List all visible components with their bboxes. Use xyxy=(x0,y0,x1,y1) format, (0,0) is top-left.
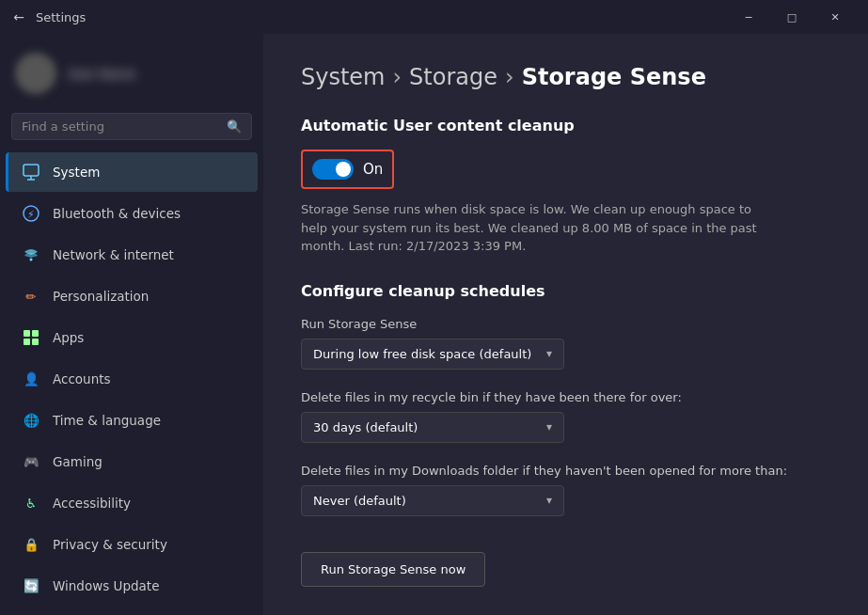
accounts-icon: 👤 xyxy=(21,369,41,389)
sidebar-item-bluetooth[interactable]: ⚡ Bluetooth & devices xyxy=(6,194,258,233)
description-text: Storage Sense runs when disk space is lo… xyxy=(301,200,771,256)
delete-downloads-value: Never (default) xyxy=(313,494,406,508)
breadcrumb-sep2: › xyxy=(505,64,514,90)
privacy-icon: 🔒 xyxy=(21,534,41,555)
close-button[interactable]: ✕ xyxy=(813,0,857,34)
sidebar-item-bluetooth-label: Bluetooth & devices xyxy=(53,206,181,221)
delete-recycle-value: 30 days (default) xyxy=(313,420,418,434)
gaming-icon: 🎮 xyxy=(21,451,41,472)
delete-downloads-label: Delete files in my Downloads folder if t… xyxy=(301,464,830,478)
personalization-icon: ✏️ xyxy=(21,286,41,307)
delete-downloads-dropdown[interactable]: Never (default) ▾ xyxy=(301,485,564,516)
toggle-label: On xyxy=(363,161,383,178)
delete-downloads-arrow: ▾ xyxy=(546,494,552,507)
breadcrumb: System › Storage › Storage Sense xyxy=(301,64,830,90)
profile-name: User Name xyxy=(68,67,135,81)
svg-rect-9 xyxy=(32,339,39,345)
run-storage-value: During low free disk space (default) xyxy=(313,347,531,361)
profile-area: User Name xyxy=(0,41,263,109)
sidebar-item-gaming[interactable]: 🎮 Gaming xyxy=(6,442,258,481)
svg-rect-7 xyxy=(32,330,39,337)
sidebar-item-accounts[interactable]: 👤 Accounts xyxy=(6,359,258,399)
system-icon xyxy=(21,162,41,182)
titlebar-controls: ─ □ ✕ xyxy=(727,0,857,34)
toggle-switch[interactable] xyxy=(312,159,354,180)
titlebar-left: ← Settings xyxy=(11,9,86,24)
minimize-button[interactable]: ─ xyxy=(727,0,770,34)
svg-rect-8 xyxy=(24,339,30,345)
titlebar: ← Settings ─ □ ✕ xyxy=(0,0,868,34)
time-icon: 🌐 xyxy=(21,410,41,431)
maximize-button[interactable]: □ xyxy=(770,0,813,34)
titlebar-title: Settings xyxy=(36,10,86,24)
content-area: User Name 🔍 System xyxy=(0,34,868,615)
delete-recycle-dropdown[interactable]: 30 days (default) ▾ xyxy=(301,412,564,443)
sidebar-item-personalization-label: Personalization xyxy=(53,289,149,304)
delete-recycle-group: Delete files in my recycle bin if they h… xyxy=(301,390,830,443)
back-button[interactable]: ← xyxy=(11,9,26,24)
sidebar-item-accessibility-label: Accessibility xyxy=(53,496,131,511)
run-storage-group: Run Storage Sense During low free disk s… xyxy=(301,317,830,370)
svg-point-5 xyxy=(30,259,33,261)
network-icon xyxy=(21,244,41,265)
delete-downloads-group: Delete files in my Downloads folder if t… xyxy=(301,464,830,516)
search-icon: 🔍 xyxy=(227,119,242,134)
sidebar-item-personalization[interactable]: ✏️ Personalization xyxy=(6,276,258,316)
main-content: System › Storage › Storage Sense Automat… xyxy=(263,34,868,615)
svg-rect-6 xyxy=(24,330,30,337)
avatar xyxy=(15,53,56,94)
update-icon: 🔄 xyxy=(21,576,41,596)
run-storage-arrow: ▾ xyxy=(546,347,552,360)
sidebar: User Name 🔍 System xyxy=(0,34,263,615)
sidebar-item-apps[interactable]: Apps xyxy=(6,318,258,357)
run-storage-dropdown[interactable]: During low free disk space (default) ▾ xyxy=(301,339,564,370)
svg-text:⚡: ⚡ xyxy=(27,209,35,221)
sidebar-item-network[interactable]: Network & internet xyxy=(6,235,258,275)
sidebar-item-apps-label: Apps xyxy=(53,330,84,345)
sidebar-item-accessibility[interactable]: ♿ Accessibility xyxy=(6,483,258,523)
accessibility-icon: ♿ xyxy=(21,493,41,513)
search-input[interactable] xyxy=(22,119,219,134)
breadcrumb-part3: Storage Sense xyxy=(522,64,706,90)
configure-title: Configure cleanup schedules xyxy=(301,282,830,300)
breadcrumb-part1: System xyxy=(301,64,386,90)
sidebar-item-privacy-label: Privacy & security xyxy=(53,537,167,552)
sidebar-item-gaming-label: Gaming xyxy=(53,454,103,469)
sidebar-item-time[interactable]: 🌐 Time & language xyxy=(6,401,258,440)
settings-window: ← Settings ─ □ ✕ User Name 🔍 xyxy=(0,0,868,615)
sidebar-item-privacy[interactable]: 🔒 Privacy & security xyxy=(6,525,258,564)
sidebar-item-system[interactable]: System xyxy=(6,152,258,192)
delete-recycle-label: Delete files in my recycle bin if they h… xyxy=(301,390,830,404)
run-storage-label: Run Storage Sense xyxy=(301,317,830,331)
delete-recycle-arrow: ▾ xyxy=(546,420,552,434)
sidebar-item-network-label: Network & internet xyxy=(53,247,174,262)
toggle-row: On xyxy=(301,150,394,189)
sidebar-item-time-label: Time & language xyxy=(53,413,161,428)
search-box[interactable]: 🔍 xyxy=(11,113,252,140)
breadcrumb-part2: Storage xyxy=(409,64,497,90)
sidebar-item-system-label: System xyxy=(53,165,100,180)
apps-icon xyxy=(21,327,41,348)
sidebar-item-update[interactable]: 🔄 Windows Update xyxy=(6,566,258,606)
svg-rect-0 xyxy=(24,165,39,176)
bluetooth-icon: ⚡ xyxy=(21,203,41,224)
sidebar-item-accounts-label: Accounts xyxy=(53,371,111,386)
section-title: Automatic User content cleanup xyxy=(301,117,830,134)
breadcrumb-sep1: › xyxy=(393,64,402,90)
sidebar-item-update-label: Windows Update xyxy=(53,578,159,593)
run-storage-now-button[interactable]: Run Storage Sense now xyxy=(301,552,485,587)
